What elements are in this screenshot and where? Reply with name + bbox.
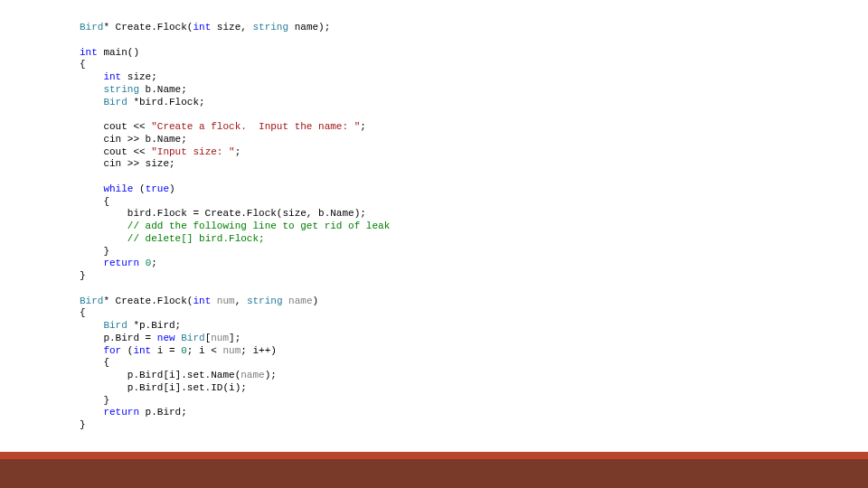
code-line: { [80,307,390,320]
code-line: { [80,357,390,370]
code-line: cin >> size; [80,158,390,171]
code-line: cin >> b.Name; [80,134,390,146]
code-line: return p.Bird; [80,407,390,419]
code-line: } [80,270,390,283]
code-line [80,283,390,296]
code-line: p.Bird = new Bird[num]; [80,333,390,345]
code-line: Bird* Create.Flock(int num, string name) [80,296,390,308]
code-line: return 0; [80,258,390,270]
code-line: p.Bird[i].set.Name(name); [80,370,390,382]
slide-page: Bird* Create.Flock(int size, string name… [0,0,868,488]
code-line: string b.Name; [80,84,390,97]
code-line [80,171,390,183]
code-line [80,108,390,121]
code-line: Bird *p.Bird; [80,320,390,333]
code-line: bird.Flock = Create.Flock(size, b.Name); [80,208,390,221]
code-line: } [80,246,390,258]
code-line [80,34,390,47]
code-line: { [80,59,390,71]
code-line: { [80,196,390,209]
code-block: Bird* Create.Flock(int size, string name… [80,22,390,432]
code-line: } [80,395,390,408]
code-line: for (int i = 0; i < num; i++) [80,345,390,358]
code-line: // add the following line to get rid of … [80,221,390,233]
code-line: } [80,419,390,432]
code-line: Bird* Create.Flock(int size, string name… [80,22,390,34]
code-line: int size; [80,71,390,84]
accent-band-brown [0,459,868,488]
accent-band-orange [0,452,868,459]
code-line: cout << "Input size: "; [80,146,390,159]
code-line: while (true) [80,183,390,196]
code-line: // delete[] bird.Flock; [80,233,390,246]
code-line: Bird *bird.Flock; [80,97,390,109]
code-line: cout << "Create a flock. Input the name:… [80,121,390,134]
code-line: p.Bird[i].set.ID(i); [80,382,390,395]
code-line: int main() [80,47,390,60]
